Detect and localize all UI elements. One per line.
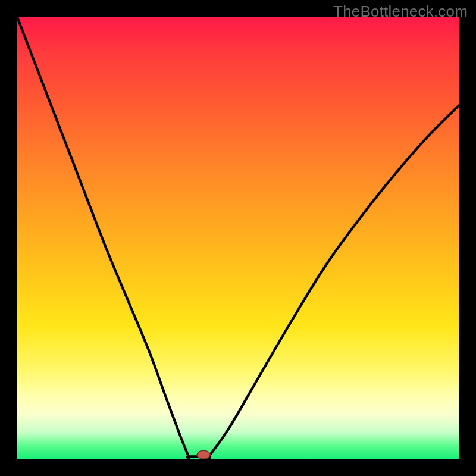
- bottleneck-curve: [17, 17, 459, 459]
- watermark-text: TheBottleneck.com: [333, 2, 468, 21]
- chart-frame: TheBottleneck.com: [0, 0, 476, 476]
- chart-svg: [17, 17, 459, 459]
- plot-area: [17, 17, 459, 459]
- optimal-point-marker: [197, 450, 210, 459]
